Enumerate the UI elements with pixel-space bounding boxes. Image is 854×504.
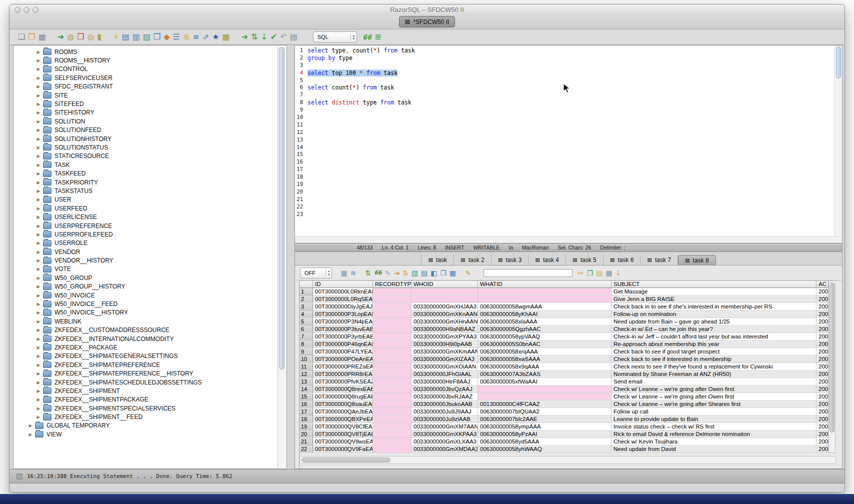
- tree-item-solution[interactable]: ▶SOLUTION: [14, 117, 278, 126]
- help-book-icon[interactable]: ◆: [164, 33, 170, 41]
- disclosure-triangle-icon[interactable]: ▶: [36, 336, 42, 342]
- cell-recordtypeid[interactable]: [373, 326, 412, 333]
- table-row[interactable]: 1800T3000000QBXPeEAP0033000000Ju9zlAAB00…: [300, 416, 836, 423]
- cell-id[interactable]: 00T3000000P3tuvEAB: [313, 326, 373, 333]
- cell-ac[interactable]: 2008: [816, 288, 828, 296]
- cell-whatid[interactable]: 006300000058ympAAA: [478, 423, 612, 430]
- tree-item-solutionstatus[interactable]: ▶SOLUTIONSTATUS: [14, 143, 278, 152]
- cell-whoid[interactable]: 0033000000HirF8AAJ: [412, 378, 478, 386]
- table-row[interactable]: 2100T3000000QV8wsEAD0033000000GmXLXAA300…: [300, 438, 836, 446]
- tree-item-w50_invoice__history[interactable]: ▶W50_INVOICE__HISTORY: [14, 308, 278, 317]
- cell-recordtypeid[interactable]: [373, 438, 412, 446]
- download-results-icon[interactable]: ↓: [616, 270, 622, 276]
- row-number-cell[interactable]: 10: [300, 356, 313, 363]
- save-grid-icon[interactable]: ▦: [606, 270, 612, 276]
- cell-ac[interactable]: 2008: [816, 356, 828, 363]
- cell-ac[interactable]: 2008: [816, 318, 828, 326]
- cell-ac[interactable]: 2008: [816, 296, 828, 303]
- disclosure-triangle-icon[interactable]: ▶: [36, 250, 42, 254]
- disclosure-triangle-icon[interactable]: ▶: [36, 180, 42, 185]
- row-number-cell[interactable]: 5: [300, 318, 313, 326]
- tree-item-userfeed[interactable]: ▶USERFEED: [14, 204, 278, 212]
- insert-row-icon[interactable]: ⇥: [394, 270, 400, 276]
- cell-ac[interactable]: 2008: [816, 363, 828, 370]
- describe-table-icon[interactable]: ▤: [122, 33, 130, 41]
- table-row[interactable]: 1000T3000000POeAnEAL0033000000GmXIZAA300…: [300, 356, 836, 363]
- table-row[interactable]: 2000T3000000QV8TjEAL0033000000GmXKPAA300…: [300, 430, 836, 438]
- grid-hscrollbar-thumb[interactable]: [302, 458, 390, 462]
- column-header-subject[interactable]: SUBJECT: [612, 280, 816, 288]
- table-row[interactable]: 100T3000000L0RknEAFGet Massage2008: [300, 288, 836, 296]
- fetch-icon[interactable]: ↓: [260, 33, 267, 41]
- tab-close-icon[interactable]: ⊠: [535, 256, 540, 264]
- cell-whatid[interactable]: [478, 288, 612, 296]
- tree-item-zkfedex__customaddresssource[interactable]: ▶ZKFEDEX__CUSTOMADDRESSSOURCE: [14, 326, 278, 334]
- cell-whoid[interactable]: 0033000000GmXLXAA3: [412, 438, 478, 446]
- commit-icon[interactable]: ✔: [270, 33, 277, 41]
- row-number-cell[interactable]: 16: [300, 400, 313, 408]
- table-row[interactable]: 1300T3000000PfvKSEAZ0033000000HirF8AAJ00…: [300, 378, 836, 386]
- script-results-icon[interactable]: ▤: [596, 270, 602, 276]
- results-tab-8[interactable]: ⊠task 8: [678, 255, 716, 265]
- disclosure-triangle-icon[interactable]: ▶: [36, 58, 42, 63]
- grid-body[interactable]: 100T3000000L0RknEAFGet Massage2008200T30…: [300, 288, 836, 453]
- disclosure-triangle-icon[interactable]: ▶: [36, 240, 42, 246]
- cell-id[interactable]: 00T3000000Q8rexEAB: [313, 386, 373, 393]
- column-header-id[interactable]: ID: [313, 280, 373, 288]
- refresh-results-icon[interactable]: ⇅: [365, 270, 371, 276]
- cell-subject[interactable]: Need update from David: [612, 446, 816, 453]
- disclosure-triangle-icon[interactable]: ▶: [36, 328, 42, 332]
- cell-whoid[interactable]: 0033000000JFhGlAAL: [412, 370, 478, 378]
- cell-id[interactable]: 00T3000000QBXPeEAP: [313, 416, 373, 423]
- tree-item-w50_group[interactable]: ▶W50_GROUP: [14, 274, 278, 282]
- cell-ac[interactable]: 2008: [816, 386, 828, 393]
- refresh-icon[interactable]: ▧: [143, 33, 150, 41]
- cell-whatid[interactable]: 006300000058x9qAAA: [478, 363, 612, 370]
- execute-all-icon[interactable]: ⇅: [251, 33, 258, 41]
- cell-recordtypeid[interactable]: [373, 296, 412, 303]
- sql-mode-dropdown[interactable]: SQL ▲▼: [313, 32, 357, 42]
- disclosure-triangle-icon[interactable]: ▶: [36, 345, 42, 350]
- grid-horizontal-scrollbar[interactable]: [300, 456, 836, 464]
- row-number-cell[interactable]: 15: [300, 393, 313, 400]
- tree-item-rooms[interactable]: ▶ROOMS: [14, 48, 278, 56]
- cell-subject[interactable]: Give Jenn a BIG RAISE: [612, 296, 816, 303]
- new-file-icon[interactable]: ❏: [18, 33, 25, 41]
- cell-id[interactable]: 00T3000000Q8rugEAB: [313, 393, 373, 400]
- cell-whatid[interactable]: 00630000007A3bZAAS: [478, 370, 612, 378]
- cell-recordtypeid[interactable]: [373, 408, 412, 416]
- execute-sql-icon[interactable]: ⚡: [113, 33, 118, 41]
- cell-ac[interactable]: 2008: [816, 326, 828, 333]
- cell-whoid[interactable]: 0033000000GmXM7AAN: [412, 423, 478, 430]
- reload-table-icon[interactable]: ▧: [412, 270, 418, 276]
- query-builder-icon[interactable]: ☰: [173, 33, 180, 41]
- close-button[interactable]: [14, 7, 20, 13]
- cell-id[interactable]: 00T3000000P3LopEAF: [313, 310, 373, 318]
- column-header-ac[interactable]: AC: [816, 280, 828, 288]
- cell-subject[interactable]: Check-in w/ Jeff – couldn't afford last …: [612, 333, 816, 340]
- tree-item-sitefeed[interactable]: ▶SITEFEED: [14, 100, 278, 108]
- cell-recordtypeid[interactable]: [373, 400, 412, 408]
- tree-item-zkfedex__shipment__feed[interactable]: ▶ZKFEDEX__SHIPMENT__FEED: [14, 412, 278, 421]
- sql-history-icon[interactable]: ▤: [290, 33, 298, 41]
- column-header-whatid[interactable]: WHATID: [478, 280, 612, 288]
- tab-close-icon[interactable]: ⊠: [405, 18, 410, 26]
- cell-ac[interactable]: 2008: [816, 303, 828, 310]
- cell-recordtypeid[interactable]: [373, 363, 412, 370]
- editor-horizontal-scrollbar[interactable]: [295, 236, 842, 243]
- cell-subject[interactable]: Follow up call: [612, 408, 816, 416]
- cell-whoid[interactable]: 0033000000Ju9zlAAB: [412, 416, 478, 423]
- highlight-icon[interactable]: ✎: [465, 270, 471, 276]
- copy-table-icon[interactable]: ▦: [450, 270, 456, 276]
- export-table-icon[interactable]: ▦: [222, 33, 230, 41]
- cell-subject[interactable]: Get Massage: [612, 288, 816, 296]
- sql-code-area[interactable]: select type, count(*) from taskgroup by …: [306, 46, 834, 236]
- table-row[interactable]: 900T3000000P47LYEAZ0033000000GmXKmAAN006…: [300, 348, 836, 356]
- tree-item-taskstatus[interactable]: ▶TASKSTATUS: [14, 186, 278, 195]
- cell-whatid[interactable]: 00630000007bIQUAA2: [478, 408, 612, 416]
- tab-close-icon[interactable]: ⊠: [428, 256, 433, 264]
- disclosure-triangle-icon[interactable]: ▶: [36, 266, 42, 272]
- cell-recordtypeid[interactable]: [373, 446, 412, 453]
- form-view-icon[interactable]: ◧: [430, 270, 437, 276]
- cell-whoid[interactable]: 0033000000GmXMDAA3: [412, 446, 478, 453]
